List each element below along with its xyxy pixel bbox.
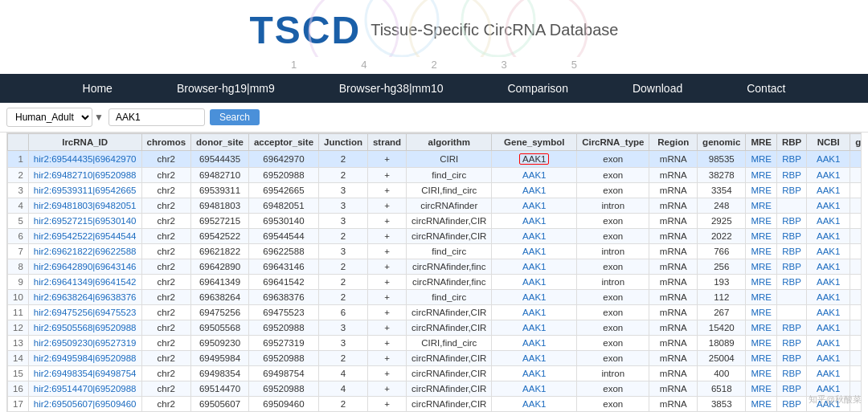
- gene-symbol-cell[interactable]: AAK1: [492, 183, 577, 198]
- ncbi-cell[interactable]: AAK1: [807, 214, 850, 229]
- rbp-cell[interactable]: RBP: [776, 397, 806, 412]
- nav-browser-hg38[interactable]: Browser-hg38|mm10: [307, 74, 476, 103]
- lrcrna-id-cell[interactable]: hir2:69638264|69638376: [28, 290, 141, 305]
- gene-symbol-cell[interactable]: AAK1: [492, 214, 577, 229]
- genecards-cell[interactable]: AAK1: [850, 381, 862, 397]
- gene-symbol-cell[interactable]: AAK1: [492, 229, 577, 244]
- rbp-cell[interactable]: RBP: [776, 275, 806, 290]
- nav-comparison[interactable]: Comparison: [475, 74, 600, 103]
- ncbi-cell[interactable]: AAK1: [807, 290, 850, 305]
- rbp-cell[interactable]: RBP: [776, 244, 806, 259]
- mre-cell[interactable]: MRE: [746, 336, 777, 351]
- mre-cell[interactable]: MRE: [746, 320, 777, 336]
- mre-cell[interactable]: MRE: [746, 290, 777, 305]
- genecards-cell[interactable]: AAK1: [850, 183, 862, 198]
- gene-symbol-cell[interactable]: AAK1: [492, 366, 577, 381]
- lrcrna-id-cell[interactable]: hir2:69482710|69520988: [28, 168, 141, 183]
- gene-symbol-cell[interactable]: AAK1: [492, 381, 577, 397]
- ncbi-cell[interactable]: AAK1: [807, 151, 850, 168]
- ncbi-cell[interactable]: AAK1: [807, 229, 850, 244]
- genecards-cell[interactable]: AAK1: [850, 229, 862, 244]
- ncbi-cell[interactable]: AAK1: [807, 305, 850, 320]
- genecards-cell[interactable]: AAK1: [850, 320, 862, 336]
- lrcrna-id-cell[interactable]: hir2:69498354|69498754: [28, 366, 141, 381]
- gene-symbol-cell[interactable]: AAK1: [492, 259, 577, 275]
- genecards-cell[interactable]: AAK1: [850, 366, 862, 381]
- rbp-cell[interactable]: RBP: [776, 214, 806, 229]
- rbp-cell[interactable]: RBP: [776, 151, 806, 168]
- lrcrna-id-cell[interactable]: hir2:69481803|69482051: [28, 198, 141, 214]
- gene-symbol-cell[interactable]: AAK1: [492, 244, 577, 259]
- gene-symbol-cell[interactable]: AAK1: [492, 336, 577, 351]
- lrcrna-id-cell[interactable]: hir2:69542522|69544544: [28, 229, 141, 244]
- ncbi-cell[interactable]: AAK1: [807, 244, 850, 259]
- mre-cell[interactable]: MRE: [746, 275, 777, 290]
- ncbi-cell[interactable]: AAK1: [807, 183, 850, 198]
- genecards-cell[interactable]: AAK1: [850, 305, 862, 320]
- mre-cell[interactable]: MRE: [746, 151, 777, 168]
- gene-symbol-cell[interactable]: AAK1: [492, 351, 577, 366]
- lrcrna-id-cell[interactable]: hir2:69641349|69641542: [28, 275, 141, 290]
- genecards-cell[interactable]: AAK1: [850, 198, 862, 214]
- nav-contact[interactable]: Contact: [714, 74, 817, 103]
- mre-cell[interactable]: MRE: [746, 229, 777, 244]
- rbp-cell[interactable]: RBP: [776, 168, 806, 183]
- ncbi-cell[interactable]: AAK1: [807, 351, 850, 366]
- ncbi-cell[interactable]: AAK1: [807, 198, 850, 214]
- mre-cell[interactable]: MRE: [746, 351, 777, 366]
- nav-browser-hg19[interactable]: Browser-hg19|mm9: [145, 74, 307, 103]
- mre-cell[interactable]: MRE: [746, 366, 777, 381]
- mre-cell[interactable]: MRE: [746, 214, 777, 229]
- genecards-cell[interactable]: AAK1: [850, 290, 862, 305]
- search-button[interactable]: Search: [210, 109, 260, 125]
- genecards-cell[interactable]: AAK1: [850, 336, 862, 351]
- genecards-cell[interactable]: AAK1: [850, 275, 862, 290]
- rbp-cell[interactable]: RBP: [776, 259, 806, 275]
- mre-cell[interactable]: MRE: [746, 183, 777, 198]
- genecards-cell[interactable]: AAK1: [850, 151, 862, 168]
- genecards-cell[interactable]: AAK1: [850, 397, 862, 412]
- gene-symbol-cell[interactable]: AAK1: [492, 305, 577, 320]
- gene-symbol-cell[interactable]: AAK1: [492, 397, 577, 412]
- gene-symbol-cell[interactable]: AAK1: [492, 320, 577, 336]
- ncbi-cell[interactable]: AAK1: [807, 320, 850, 336]
- nav-download[interactable]: Download: [600, 74, 714, 103]
- rbp-cell[interactable]: RBP: [776, 366, 806, 381]
- mre-cell[interactable]: MRE: [746, 168, 777, 183]
- genecards-cell[interactable]: AAK1: [850, 351, 862, 366]
- gene-symbol-cell[interactable]: AAK1: [492, 151, 577, 168]
- ncbi-cell[interactable]: AAK1: [807, 381, 850, 397]
- ncbi-cell[interactable]: AAK1: [807, 259, 850, 275]
- rbp-cell[interactable]: RBP: [776, 320, 806, 336]
- mre-cell[interactable]: MRE: [746, 397, 777, 412]
- mre-cell[interactable]: MRE: [746, 381, 777, 397]
- lrcrna-id-cell[interactable]: hir2:69621822|69622588: [28, 244, 141, 259]
- lrcrna-id-cell[interactable]: hir2:69539311|69542665: [28, 183, 141, 198]
- genecards-cell[interactable]: AAK1: [850, 214, 862, 229]
- lrcrna-id-cell[interactable]: hir2:69495984|69520988: [28, 351, 141, 366]
- lrcrna-id-cell[interactable]: hir2:69527215|69530140: [28, 214, 141, 229]
- rbp-cell[interactable]: RBP: [776, 183, 806, 198]
- lrcrna-id-cell[interactable]: hir2:69509230|69527319: [28, 336, 141, 351]
- ncbi-cell[interactable]: AAK1: [807, 168, 850, 183]
- ncbi-cell[interactable]: AAK1: [807, 366, 850, 381]
- rbp-cell[interactable]: RBP: [776, 229, 806, 244]
- lrcrna-id-cell[interactable]: hir2:69505568|69520988: [28, 320, 141, 336]
- gene-symbol-cell[interactable]: AAK1: [492, 168, 577, 183]
- lrcrna-id-cell[interactable]: hir2:69475256|69475523: [28, 305, 141, 320]
- ncbi-cell[interactable]: AAK1: [807, 336, 850, 351]
- search-input[interactable]: [108, 108, 205, 126]
- genecards-cell[interactable]: AAK1: [850, 168, 862, 183]
- lrcrna-id-cell[interactable]: hir2:69514470|69520988: [28, 381, 141, 397]
- genecards-cell[interactable]: AAK1: [850, 259, 862, 275]
- gene-symbol-cell[interactable]: AAK1: [492, 275, 577, 290]
- lrcrna-id-cell[interactable]: hir2:69642890|69643146: [28, 259, 141, 275]
- gene-symbol-cell[interactable]: AAK1: [492, 198, 577, 214]
- mre-cell[interactable]: MRE: [746, 198, 777, 214]
- species-dropdown[interactable]: Human_Adult Human_Fetal Mouse_Adult Mous…: [6, 108, 92, 127]
- lrcrna-id-cell[interactable]: hir2:69505607|69509460: [28, 397, 141, 412]
- mre-cell[interactable]: MRE: [746, 259, 777, 275]
- ncbi-cell[interactable]: AAK1: [807, 397, 850, 412]
- mre-cell[interactable]: MRE: [746, 305, 777, 320]
- ncbi-cell[interactable]: AAK1: [807, 275, 850, 290]
